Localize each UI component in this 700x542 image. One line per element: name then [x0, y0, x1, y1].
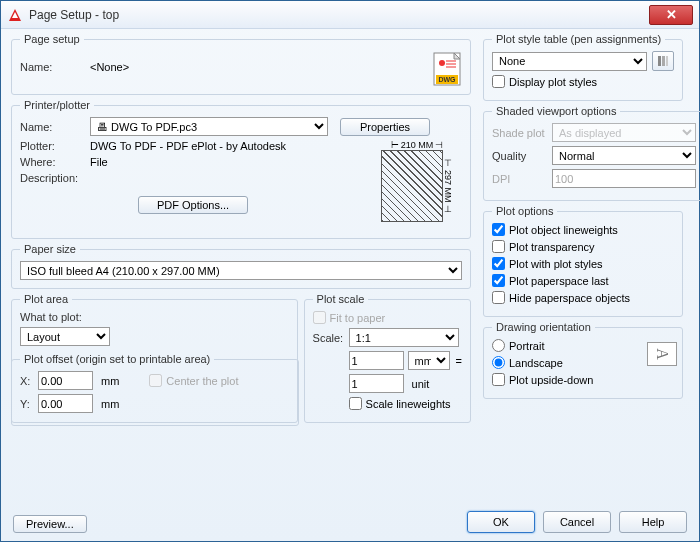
pdf-options-button[interactable]: PDF Options...	[138, 196, 248, 214]
fit-to-paper-label: Fit to paper	[330, 312, 386, 324]
help-button[interactable]: Help	[619, 511, 687, 533]
landscape-label: Landscape	[509, 357, 563, 369]
quality-select[interactable]: Normal	[552, 146, 696, 165]
scale-denom-suffix: unit	[412, 378, 430, 390]
properties-button[interactable]: Properties	[340, 118, 430, 136]
hide-pspace-label: Hide paperspace objects	[509, 292, 630, 304]
scale-label: Scale:	[313, 332, 349, 344]
plotter-label: Plotter:	[20, 140, 90, 152]
scale-num-input[interactable]	[349, 351, 404, 370]
window-title: Page Setup - top	[29, 8, 649, 22]
shade-plot-select: As displayed	[552, 123, 696, 142]
plot-pspace-checkbox[interactable]	[492, 274, 505, 287]
desc-label: Description:	[20, 172, 90, 184]
svg-point-4	[439, 60, 445, 66]
offset-y-input[interactable]	[38, 394, 93, 413]
center-plot-checkbox	[149, 374, 162, 387]
printer-group: Printer/plotter Name: 🖶 DWG To PDF.pc3 P…	[11, 99, 471, 239]
page-name-label: Name:	[20, 61, 90, 73]
plot-scale-legend: Plot scale	[313, 293, 369, 305]
page-setup-legend: Page setup	[20, 33, 84, 45]
preview-button[interactable]: Preview...	[13, 515, 87, 533]
plot-pspace-label: Plot paperspace last	[509, 275, 609, 287]
printer-name-label: Name:	[20, 121, 90, 133]
upside-down-label: Plot upside-down	[509, 374, 593, 386]
dwg-icon: DWG	[432, 51, 464, 87]
cancel-button[interactable]: Cancel	[543, 511, 611, 533]
paper-preview: ⊢210 MM⊣ ⊤297 MM⊥	[372, 140, 462, 230]
orientation-legend: Drawing orientation	[492, 321, 595, 333]
what-to-plot-select[interactable]: Layout	[20, 327, 110, 346]
printer-legend: Printer/plotter	[20, 99, 94, 111]
shade-plot-label: Shade plot	[492, 127, 552, 139]
center-plot-label: Center the plot	[166, 375, 238, 387]
offset-x-input[interactable]	[38, 371, 93, 390]
plot-obj-lw-label: Plot object lineweights	[509, 224, 618, 236]
close-button[interactable]: ✕	[649, 5, 693, 25]
what-to-plot-label: What to plot:	[20, 311, 289, 323]
portrait-radio[interactable]	[492, 339, 505, 352]
hide-pspace-checkbox[interactable]	[492, 291, 505, 304]
plot-styles-label: Plot with plot styles	[509, 258, 603, 270]
dpi-label: DPI	[492, 173, 552, 185]
offset-y-unit: mm	[101, 398, 119, 410]
display-plot-styles-label: Display plot styles	[509, 76, 597, 88]
paper-size-select[interactable]: ISO full bleed A4 (210.00 x 297.00 MM)	[20, 261, 462, 280]
quality-label: Quality	[492, 150, 552, 162]
plot-transparency-label: Plot transparency	[509, 241, 595, 253]
plot-style-edit-button[interactable]	[652, 51, 674, 71]
svg-rect-6	[662, 56, 665, 66]
app-icon	[7, 7, 23, 23]
portrait-label: Portrait	[509, 340, 544, 352]
plot-obj-lw-checkbox[interactable]	[492, 223, 505, 236]
plot-style-select[interactable]: None	[492, 52, 647, 71]
offset-x-label: X:	[20, 375, 38, 387]
orientation-group: Drawing orientation Portrait Landscape A…	[483, 321, 683, 399]
plot-styles-checkbox[interactable]	[492, 257, 505, 270]
dpi-input	[552, 169, 696, 188]
plot-options-legend: Plot options	[492, 205, 557, 217]
ok-button[interactable]: OK	[467, 511, 535, 533]
where-label: Where:	[20, 156, 90, 168]
scale-denom-input[interactable]	[349, 374, 404, 393]
page-name-value: <None>	[90, 61, 129, 73]
paper-size-legend: Paper size	[20, 243, 80, 255]
page-setup-dialog: Page Setup - top ✕ Page setup Name: <Non…	[0, 0, 700, 542]
titlebar: Page Setup - top ✕	[1, 1, 699, 29]
where-value: File	[90, 156, 108, 168]
upside-down-checkbox[interactable]	[492, 373, 505, 386]
paper-size-group: Paper size ISO full bleed A4 (210.00 x 2…	[11, 243, 471, 289]
printer-name-select[interactable]: 🖶 DWG To PDF.pc3	[90, 117, 328, 136]
orientation-preview-icon: A	[647, 342, 677, 366]
page-setup-group: Page setup Name: <None> DWG	[11, 33, 471, 95]
fit-to-paper-checkbox	[313, 311, 326, 324]
scale-select[interactable]: 1:1	[349, 328, 459, 347]
plot-scale-group: Plot scale Fit to paper Scale:1:1 mm= un…	[304, 293, 471, 423]
svg-text:DWG: DWG	[438, 76, 456, 83]
display-plot-styles-checkbox[interactable]	[492, 75, 505, 88]
scale-lineweights-label: Scale lineweights	[366, 398, 451, 410]
landscape-radio[interactable]	[492, 356, 505, 369]
scale-lineweights-checkbox[interactable]	[349, 397, 362, 410]
plot-area-legend: Plot area	[20, 293, 72, 305]
plot-style-group: Plot style table (pen assignments) None …	[483, 33, 683, 101]
offset-y-label: Y:	[20, 398, 38, 410]
offset-x-unit: mm	[101, 375, 119, 387]
scale-unit-select[interactable]: mm	[408, 351, 450, 370]
shaded-viewport-group: Shaded viewport options Shade plotAs dis…	[483, 105, 700, 201]
plot-transparency-checkbox[interactable]	[492, 240, 505, 253]
svg-rect-5	[658, 56, 661, 66]
plotter-value: DWG To PDF - PDF ePlot - by Autodesk	[90, 140, 286, 152]
shaded-legend: Shaded viewport options	[492, 105, 620, 117]
plot-options-group: Plot options Plot object lineweights Plo…	[483, 205, 683, 317]
plot-offset-legend: Plot offset (origin set to printable are…	[20, 353, 214, 365]
plot-style-legend: Plot style table (pen assignments)	[492, 33, 665, 45]
paper-preview-hatch	[381, 150, 443, 222]
svg-rect-7	[666, 56, 668, 66]
